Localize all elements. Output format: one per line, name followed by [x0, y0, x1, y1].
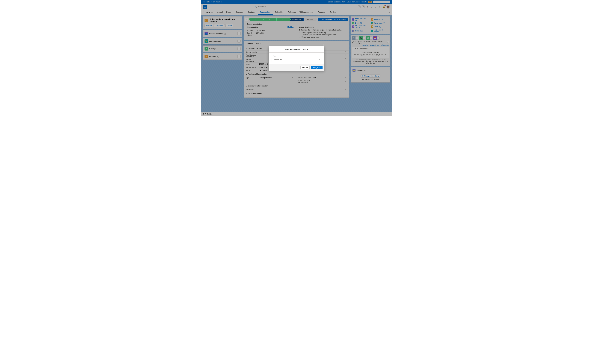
modal-stage-select[interactable]: Closed Won ▾: [271, 58, 322, 62]
modal-close-icon[interactable]: ✕: [323, 44, 325, 46]
modal-cancel-button[interactable]: Annuler: [300, 66, 310, 69]
modal-stage-label: * Étape: [271, 55, 322, 57]
modal-save-button[interactable]: Enregistrer: [311, 66, 323, 69]
chevron-down-icon: ▾: [319, 59, 320, 61]
select-value: Closed Won: [273, 59, 282, 61]
modal-backdrop[interactable]: ✕ Fermer cette opportunité * Étape Close…: [201, 0, 392, 116]
modal-title: Fermer cette opportunité: [269, 46, 324, 52]
close-opportunity-modal: ✕ Fermer cette opportunité * Étape Close…: [269, 46, 324, 71]
app-root: Vos visites recommandées ▾ Laisser un co…: [201, 0, 392, 116]
